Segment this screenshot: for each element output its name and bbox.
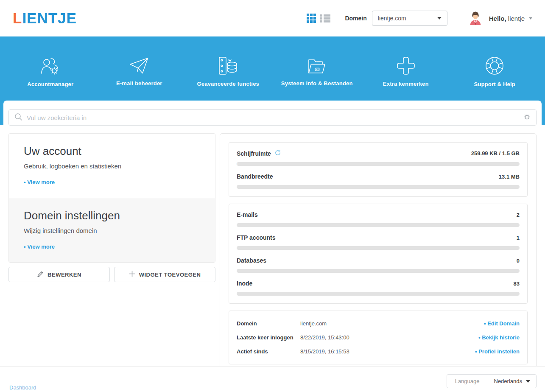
widget-title: Domein instellingen — [24, 209, 200, 222]
view-more-link[interactable]: • View more — [24, 244, 55, 250]
info-value: lientje.com — [300, 320, 484, 327]
stat-label: FTP accounts — [237, 234, 276, 241]
lifebuoy-icon — [485, 56, 504, 76]
logo[interactable]: LIENTJE — [13, 10, 77, 27]
info-value: 8/22/2019, 15:43:00 — [300, 334, 478, 341]
stat-value: 1 — [517, 235, 520, 241]
language-selector[interactable]: Language Nederlands — [447, 374, 537, 388]
widget-uw-account[interactable]: Uw account Gebruik, logboeken en statist… — [9, 134, 215, 198]
nav-item-label: Systeem Info & Bestanden — [281, 80, 353, 87]
stat-label: E-mails — [237, 211, 258, 218]
domain-info-box: Domein lientje.com • Edit Domain Laatste… — [229, 311, 528, 364]
usage-label: Schijfruimte — [237, 150, 281, 157]
stat-value: 0 — [517, 258, 520, 264]
language-label: Language — [447, 375, 488, 388]
stat-row-emails: E-mails 2 — [237, 207, 520, 230]
nav-item-accountmanager[interactable]: Accountmanager — [6, 42, 95, 101]
paper-plane-icon — [129, 57, 149, 75]
domain-info-row: Laatste keer inloggen 8/22/2019, 15:43:0… — [237, 330, 520, 344]
search-icon — [14, 113, 22, 123]
add-widget-button[interactable]: WIDGET TOEVOEGEN — [114, 267, 215, 282]
nav-item-label: Extra kenmerken — [383, 81, 429, 87]
users-gear-icon — [40, 56, 61, 76]
plus-icon — [129, 271, 135, 278]
usage-value: 259.99 KB / 1.5 GB — [471, 150, 520, 157]
widget-domein-instellingen[interactable]: Domein instellingen Wijzig instellingen … — [9, 198, 215, 262]
domain-info-row: Domein lientje.com • Edit Domain — [237, 316, 520, 330]
domain-dropdown-value: lientje.com — [378, 15, 406, 22]
view-more-link[interactable]: • View more — [24, 179, 55, 185]
left-column: Uw account Gebruik, logboeken en statist… — [8, 133, 215, 373]
system-info-widget: Schijfruimte 259.99 KB / 1.5 GB — [220, 133, 537, 373]
grid-view-icon[interactable] — [307, 14, 316, 23]
progress-bar — [237, 223, 520, 227]
nav-item-support-help[interactable]: Support & Help — [450, 42, 539, 101]
stat-label: Inode — [237, 280, 252, 287]
nav-item-email-beheerder[interactable]: E-mail beheerder — [95, 42, 184, 101]
edit-button-label: BEWERKEN — [48, 272, 81, 278]
widgets-list: Uw account Gebruik, logboeken en statist… — [8, 133, 215, 263]
list-view-icon[interactable] — [320, 14, 330, 22]
top-bar-right: Domein lientje.com Hello, lientje — [307, 10, 532, 27]
usage-row-disk: Schijfruimte 259.99 KB / 1.5 GB — [237, 145, 520, 168]
dashboard-link[interactable]: Dashboard — [9, 384, 36, 391]
stat-row-inode: Inode 83 — [237, 275, 520, 298]
main-panel: Uw account Gebruik, logboeken en statist… — [3, 101, 542, 366]
search-bar — [8, 109, 537, 126]
nav-item-label: E-mail beheerder — [116, 80, 162, 87]
avatar — [468, 10, 483, 27]
set-profile-link[interactable]: • Profiel instellen — [475, 348, 520, 355]
chevron-down-icon — [437, 17, 442, 20]
pencil-icon — [37, 271, 44, 279]
edit-button[interactable]: BEWERKEN — [8, 267, 110, 282]
nav-item-geavanceerde-functies[interactable]: Geavanceerde functies — [184, 42, 273, 101]
search-input[interactable] — [27, 114, 519, 121]
info-label: Actief sinds — [237, 348, 300, 355]
progress-bar — [237, 185, 520, 189]
nav-item-label: Support & Help — [474, 81, 515, 87]
widget-subtitle: Wijzig instellingen domein — [24, 227, 200, 234]
edit-domain-link[interactable]: • Edit Domain — [484, 320, 520, 327]
stat-label: Databases — [237, 257, 266, 264]
logo-first-letter: L — [13, 10, 22, 26]
domain-dropdown[interactable]: lientje.com — [372, 11, 447, 26]
dashboard-content: Uw account Gebruik, logboeken en statist… — [8, 133, 537, 373]
plus-icon — [397, 56, 415, 75]
info-label: Laatste keer inloggen — [237, 334, 300, 341]
refresh-icon[interactable] — [275, 150, 281, 157]
info-value: 8/15/2019, 16:15:53 — [300, 348, 475, 355]
stat-row-ftp-accounts: FTP accounts 1 — [237, 230, 520, 252]
logo-rest: IENTJE — [22, 10, 77, 26]
main-nav: Accountmanager E-mail beheerder — [0, 36, 545, 101]
usage-value: 13.1 MB — [499, 174, 520, 180]
nav-item-extra-kenmerken[interactable]: Extra kenmerken — [361, 42, 450, 101]
usage-box: Schijfruimte 259.99 KB / 1.5 GB — [229, 142, 528, 197]
greeting-hello: Hello, — [489, 15, 506, 22]
stat-row-databases: Databases 0 — [237, 252, 520, 275]
footer: Language Nederlands Dashboard — [0, 366, 545, 392]
widget-title: Uw account — [24, 145, 200, 158]
domain-label: Domein — [345, 15, 366, 22]
progress-bar — [237, 269, 520, 273]
nav-item-systeem-info-bestanden[interactable]: Systeem Info & Bestanden — [273, 42, 362, 101]
chevron-down-icon — [529, 17, 532, 20]
stat-value: 2 — [517, 212, 520, 218]
widget-subtitle: Gebruik, logboeken en statistieken — [24, 162, 200, 170]
usage-label: Bandbreedte — [237, 173, 273, 180]
search-settings-gear-icon[interactable] — [523, 113, 531, 122]
stat-value: 83 — [514, 280, 520, 287]
right-column: Schijfruimte 259.99 KB / 1.5 GB — [220, 133, 537, 373]
progress-bar — [237, 292, 520, 296]
usage-row-bandwidth: Bandbreedte 13.1 MB — [237, 168, 520, 191]
view-history-link[interactable]: • Bekijk historie — [478, 334, 520, 341]
stats-box: E-mails 2 FTP accounts 1 — [229, 204, 528, 304]
info-label: Domein — [237, 320, 300, 327]
domain-info-row: Actief sinds 8/15/2019, 16:15:53 • Profi… — [237, 344, 520, 358]
user-menu[interactable]: Hello, lientje — [468, 10, 532, 27]
progress-bar — [237, 246, 520, 250]
top-bar: LIENTJE Domein lientje.com — [0, 0, 545, 36]
greeting-username: lientje — [508, 15, 525, 22]
folder-icon — [307, 57, 327, 75]
add-widget-button-label: WIDGET TOEVOEGEN — [139, 272, 201, 278]
nav-item-label: Accountmanager — [27, 81, 73, 87]
